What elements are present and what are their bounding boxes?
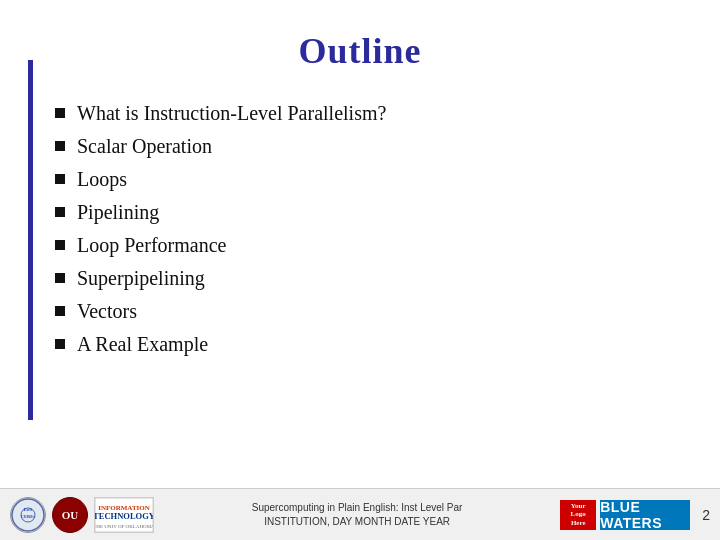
bullet-text: Loop Performance: [77, 234, 226, 257]
bullet-text: Scalar Operation: [77, 135, 212, 158]
svg-text:CEREs: CEREs: [21, 514, 36, 519]
footer-line1: Supercomputing in Plain English: Inst Le…: [154, 501, 560, 515]
bullet-text: A Real Example: [77, 333, 208, 356]
bullet-text: Pipelining: [77, 201, 159, 224]
ou-logo-text: OU: [62, 509, 79, 521]
footer-line2: INSTITUTION, DAY MONTH DATE YEAR: [154, 515, 560, 529]
bullet-icon: [55, 141, 65, 151]
blue-waters-logo: BLUE WATERS: [600, 500, 690, 530]
ou-logo: OU: [52, 497, 88, 533]
footer: EoS CEREs OU INFORMATION TECHNOLOGY THE …: [0, 488, 720, 540]
content-area: What is Instruction-Level Parallelism? S…: [0, 92, 720, 540]
bullet-icon: [55, 339, 65, 349]
bullet-list: What is Instruction-Level Parallelism? S…: [55, 102, 720, 356]
slide: Outline What is Instruction-Level Parall…: [0, 0, 720, 540]
footer-logos-left: EoS CEREs OU INFORMATION TECHNOLOGY THE …: [10, 497, 154, 533]
bullet-text: What is Instruction-Level Parallelism?: [77, 102, 386, 125]
bullet-icon: [55, 174, 65, 184]
svg-text:THE UNIV OF OKLAHOMA: THE UNIV OF OKLAHOMA: [95, 524, 153, 529]
svg-text:TECHNOLOGY: TECHNOLOGY: [95, 511, 153, 521]
list-item: Pipelining: [55, 201, 720, 224]
your-logo: YourLogoHere: [560, 500, 596, 530]
bullet-icon: [55, 240, 65, 250]
bullet-icon: [55, 108, 65, 118]
list-item: Vectors: [55, 300, 720, 323]
bullet-icon: [55, 273, 65, 283]
bullet-icon: [55, 207, 65, 217]
oit-logo: INFORMATION TECHNOLOGY THE UNIV OF OKLAH…: [94, 497, 154, 533]
list-item: Superpipelining: [55, 267, 720, 290]
footer-right: YourLogoHere BLUE WATERS 2: [560, 500, 710, 530]
list-item: Loop Performance: [55, 234, 720, 257]
page-number: 2: [694, 507, 710, 523]
footer-text: Supercomputing in Plain English: Inst Le…: [154, 501, 560, 529]
list-item: A Real Example: [55, 333, 720, 356]
left-bar: [28, 60, 33, 420]
eoscere-logo: EoS CEREs: [10, 497, 46, 533]
list-item: What is Instruction-Level Parallelism?: [55, 102, 720, 125]
list-item: Loops: [55, 168, 720, 191]
bullet-text: Loops: [77, 168, 127, 191]
bullet-text: Vectors: [77, 300, 137, 323]
bullet-text: Superpipelining: [77, 267, 205, 290]
bullet-icon: [55, 306, 65, 316]
slide-title: Outline: [298, 31, 421, 71]
list-item: Scalar Operation: [55, 135, 720, 158]
title-area: Outline: [0, 0, 720, 92]
